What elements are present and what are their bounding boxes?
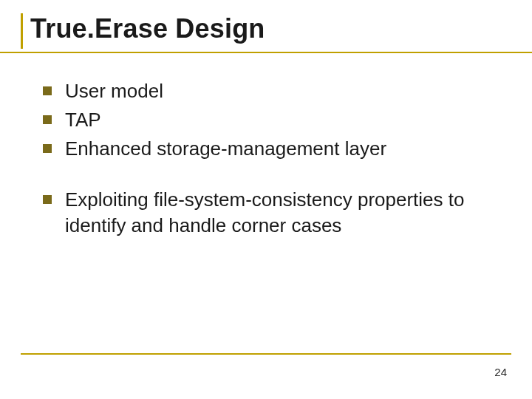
page-number: 24 — [494, 366, 507, 378]
list-item: Exploiting file-system-consistency prope… — [38, 187, 501, 239]
slide: True.Erase Design User model TAP Enhance… — [0, 0, 532, 399]
list-item: User model — [38, 78, 501, 104]
title-wrap: True.Erase Design — [21, 13, 511, 49]
bullet-group-2: Exploiting file-system-consistency prope… — [38, 187, 501, 239]
slide-title: True.Erase Design — [30, 13, 511, 44]
content: User model TAP Enhanced storage-manageme… — [21, 53, 511, 239]
bottom-rule — [21, 353, 511, 355]
spacer — [38, 165, 501, 187]
bullet-group-1: User model TAP Enhanced storage-manageme… — [38, 78, 501, 162]
list-item: Enhanced storage-management layer — [38, 136, 501, 162]
list-item: TAP — [38, 107, 501, 133]
